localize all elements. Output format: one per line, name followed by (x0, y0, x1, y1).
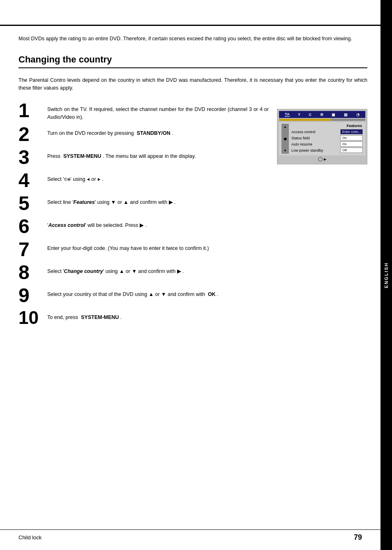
left-icon-top: ▲ (284, 125, 287, 129)
menu-value-low-power: Off (340, 148, 363, 153)
step-text-4: Select '⎋⎈' using ◀ or ▶ . (47, 171, 269, 183)
step-number-9: 9 (18, 286, 47, 305)
menu-value-access-control: Enter code... (340, 129, 363, 134)
tab-search: ◔ (356, 113, 360, 117)
step-row: 2 Turn on the DVD recorder by pressing S… (18, 125, 269, 144)
step-number-8: 8 (18, 263, 47, 282)
left-icon-mid: ◆ (284, 136, 287, 141)
step-row: 8 Select 'Change country' using ▲ or ▼ a… (18, 263, 269, 282)
main-content: Most DVDs apply the rating to an entire … (18, 26, 367, 330)
footer-page-number: 79 (354, 533, 362, 542)
step-number-10: 10 (18, 309, 47, 327)
step-number-7: 7 (18, 240, 47, 259)
step-row: 7 Enter your four-digit code. (You may h… (18, 240, 269, 259)
menu-row-access-control: Access control Enter code... (291, 129, 363, 134)
menu-label-access-control: Access control (291, 130, 316, 134)
menu-screenshot: TA T C ⚙ ▣ ▤ ◔ ▲ ◆ ▼ (277, 109, 367, 164)
menu-image-inner: TA T C ⚙ ▣ ▤ ◔ ▲ ◆ ▼ (277, 109, 367, 164)
menu-row-low-power: Low power standby Off (291, 148, 363, 153)
left-icon-bot: ▼ (284, 149, 287, 153)
tab-ta: TA (285, 112, 289, 117)
menu-label-low-power: Low power standby (291, 148, 323, 153)
menu-row-auto-resume: Auto resume On (291, 141, 363, 147)
step-text-6: 'Access control' will be selected. Press… (47, 217, 269, 229)
menu-bottom-icon: ◯ ▶ (279, 155, 365, 162)
step-text-8: Select 'Change country' using ▲ or ▼ and… (47, 263, 269, 275)
progress-bar (279, 119, 365, 121)
step-number-3: 3 (18, 148, 47, 167)
menu-value-status-field: On (340, 135, 363, 141)
sidebar-text: ENGLISH (384, 262, 389, 288)
menu-label-auto-resume: Auto resume (291, 142, 312, 146)
step-row: 3 Press SYSTEM-MENU . The menu bar will … (18, 148, 269, 167)
step-text-7: Enter your four-digit code. (You may hav… (47, 240, 269, 252)
step-text-9: Select your country ot that of the DVD u… (47, 286, 269, 298)
step-text-3: Press SYSTEM-MENU . The menu bar will ap… (47, 148, 269, 160)
section-title: Changing the country (18, 54, 367, 68)
steps-with-image: 1 Switch on the TV. If required, select … (18, 101, 367, 330)
step-row: 9 Select your country ot that of the DVD… (18, 286, 269, 305)
step-text-5: Select line 'Features' using ▼ or ▲ and … (47, 194, 269, 206)
step-row: 1 Switch on the TV. If required, select … (18, 101, 269, 121)
footer-left-label: Child lock (18, 534, 42, 541)
tab-box: ▣ (332, 113, 335, 117)
step-number-2: 2 (18, 125, 47, 144)
menu-table: Features Access control Enter code... St… (291, 124, 363, 154)
parental-paragraph: The Parental Contro levels depend on the… (18, 76, 367, 92)
step-text-2: Turn on the DVD recorder by pressing STA… (47, 125, 269, 137)
intro-paragraph: Most DVDs apply the rating to an entire … (18, 35, 367, 43)
menu-title: Features (291, 124, 363, 128)
step-number-6: 6 (18, 217, 47, 236)
menu-value-auto-resume: On (340, 141, 363, 147)
menu-left-strip: ▲ ◆ ▼ (281, 124, 289, 154)
tab-t: T (298, 113, 300, 117)
disc-icon: ◯ (318, 157, 323, 161)
step-text-1: Switch on the TV. If required, select th… (47, 101, 269, 121)
tab-bars: ▤ (344, 113, 348, 117)
arrow-icon: ▶ (324, 157, 326, 161)
menu-row-status-field: Status field On (291, 135, 363, 141)
step-row: 10 To end, press SYSTEM-MENU . (18, 309, 269, 327)
step-row: 6 'Access control' will be selected. Pre… (18, 217, 269, 236)
step-text-10: To end, press SYSTEM-MENU . (47, 309, 269, 321)
step-row: 4 Select '⎋⎈' using ◀ or ▶ . (18, 171, 269, 190)
steps-list: 1 Switch on the TV. If required, select … (18, 101, 269, 330)
tab-c: C (309, 113, 311, 117)
footer: Child lock 79 (0, 529, 380, 542)
menu-top-bar: TA T C ⚙ ▣ ▤ ◔ (279, 111, 365, 118)
tab-settings: ⚙ (320, 113, 323, 117)
step-number-1: 1 (18, 101, 47, 120)
sidebar: ENGLISH (380, 0, 392, 550)
step-number-4: 4 (18, 171, 47, 190)
step-number-5: 5 (18, 194, 47, 213)
menu-label-status-field: Status field (291, 136, 310, 140)
menu-content-area: ▲ ◆ ▼ Features Access control Enter code… (279, 122, 365, 155)
step-row: 5 Select line 'Features' using ▼ or ▲ an… (18, 194, 269, 213)
